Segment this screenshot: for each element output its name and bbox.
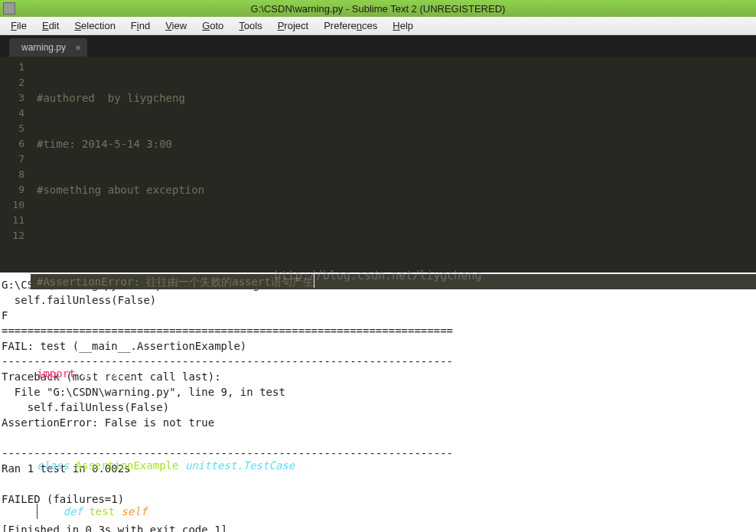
line-number: 6 (5, 136, 24, 152)
line-number: 9 (5, 182, 24, 197)
code-comment: #time: 2014-5-14 3:00 (37, 136, 172, 152)
code-comment: #something about exception (37, 182, 204, 197)
keyword-class: class (37, 458, 69, 473)
menu-find[interactable]: Find (123, 18, 158, 33)
window-titlebar: G:\CSDN\warning.py - Sublime Text 2 (UNR… (0, 0, 756, 17)
line-number: 11 (5, 213, 24, 228)
line-number: 7 (5, 152, 24, 167)
line-number: 10 (5, 197, 24, 213)
menu-goto[interactable]: Goto (194, 18, 231, 33)
line-number: 3 (5, 90, 24, 106)
menu-project[interactable]: Project (270, 18, 316, 33)
menu-file[interactable]: File (3, 18, 34, 33)
line-number: 4 (5, 106, 24, 121)
window-title: G:\CSDN\warning.py - Sublime Text 2 (UNR… (251, 3, 506, 15)
code-comment: #authored by liygcheng (37, 90, 185, 106)
code-comment: #AssertionError: 往往由一个失败的assert语句产生 (37, 274, 314, 289)
menu-view[interactable]: View (158, 18, 194, 33)
line-number: 2 (5, 75, 24, 90)
tab-label: warning.py (21, 42, 66, 53)
menu-tools[interactable]: Tools (231, 18, 269, 33)
menu-preferences[interactable]: Preferences (316, 18, 385, 33)
menu-help[interactable]: Help (385, 18, 421, 33)
code-editor[interactable]: 1 2 3 4 5 6 7 8 9 10 11 12 #authored by … (0, 57, 756, 273)
line-number: 12 (5, 228, 24, 243)
close-icon[interactable]: × (75, 42, 81, 54)
app-icon (3, 2, 15, 15)
line-number: 1 (5, 60, 24, 75)
tab-warning-py[interactable]: warning.py × (9, 38, 87, 57)
menu-selection[interactable]: Selection (67, 18, 122, 33)
keyword-import: import (37, 366, 76, 381)
keyword-def: def (64, 504, 83, 519)
line-number: 5 (5, 121, 24, 136)
line-number: 8 (5, 167, 24, 182)
menubar: File Edit Selection Find View Goto Tools… (0, 17, 756, 35)
gutter: 1 2 3 4 5 6 7 8 9 10 11 12 (0, 57, 31, 273)
menu-edit[interactable]: Edit (34, 18, 67, 33)
code-area[interactable]: #authored by liygcheng #time: 2014-5-14 … (31, 57, 756, 273)
tab-bar: warning.py × (0, 35, 756, 57)
